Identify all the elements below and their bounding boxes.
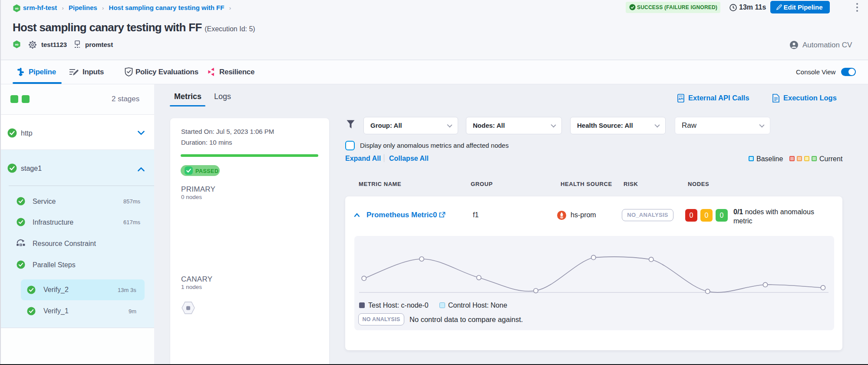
svg-text:API: API bbox=[679, 97, 683, 100]
svg-text:∞: ∞ bbox=[15, 6, 18, 11]
svg-text:∞: ∞ bbox=[15, 42, 18, 47]
